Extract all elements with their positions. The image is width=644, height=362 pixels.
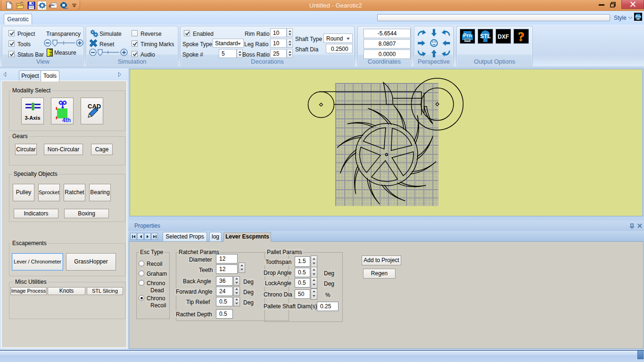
svg-text:Prn: Prn (636, 15, 641, 18)
svg-text:4th: 4th (62, 117, 71, 122)
svg-text:DXF: DXF (498, 33, 509, 40)
svg-text:Prn: Prn (463, 33, 472, 38)
svg-text:STL: STL (480, 33, 491, 40)
svg-text:?: ? (518, 30, 525, 43)
